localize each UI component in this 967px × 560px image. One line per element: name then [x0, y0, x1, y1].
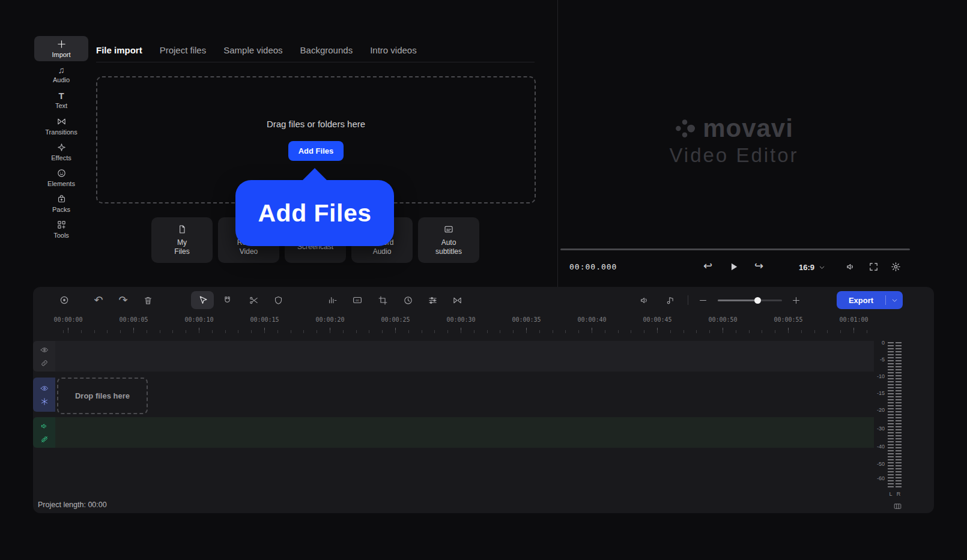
- crop-icon[interactable]: [375, 293, 390, 307]
- music-tools-icon[interactable]: [662, 293, 677, 307]
- meter-label: -60: [867, 475, 885, 481]
- timeline-grid-icon[interactable]: [893, 502, 902, 511]
- link-off-icon[interactable]: [40, 435, 49, 444]
- magnet-tool-icon[interactable]: [220, 293, 234, 307]
- svg-text:cc: cc: [356, 298, 359, 302]
- meter-label: -10: [867, 373, 885, 379]
- sidebar-item-packs[interactable]: Packs: [34, 191, 88, 216]
- import-tabs: File import Project files Sample videos …: [96, 38, 535, 62]
- timeline-panel: ↶ ↷ cc: [33, 287, 934, 513]
- eye-icon[interactable]: [40, 346, 49, 354]
- sound-properties-icon[interactable]: [637, 293, 651, 307]
- aspect-ratio-value: 16:9: [799, 263, 814, 272]
- meter-label: 0: [867, 340, 885, 346]
- sidebar-item-label: Tools: [53, 232, 69, 239]
- pointer-tool-icon[interactable]: [195, 293, 210, 307]
- volume-icon[interactable]: [846, 262, 856, 272]
- zoom-slider-thumb[interactable]: [754, 297, 761, 304]
- delete-icon[interactable]: [141, 293, 155, 307]
- split-scissors-icon[interactable]: [246, 293, 261, 307]
- undo-icon[interactable]: ↶: [91, 293, 106, 307]
- smiley-icon: [56, 168, 67, 178]
- eye-icon[interactable]: [40, 384, 49, 393]
- export-button[interactable]: Export: [837, 291, 903, 309]
- app-window: Import ♫ Audio T Text Transitions Effect…: [0, 0, 967, 560]
- zoom-out-icon[interactable]: [696, 293, 710, 307]
- sidebar-item-audio[interactable]: ♫ Audio: [34, 62, 88, 87]
- speaker-icon[interactable]: [40, 422, 49, 430]
- ruler-minor-ticks: [55, 330, 872, 333]
- audio-levels-icon[interactable]: [325, 293, 339, 307]
- tab-backgrounds[interactable]: Backgrounds: [300, 45, 353, 55]
- sidebar-item-text[interactable]: T Text: [34, 88, 88, 113]
- sidebar-item-label: Audio: [53, 76, 70, 83]
- sidebar-item-tools[interactable]: Tools: [34, 217, 88, 242]
- video-track-row[interactable]: [55, 378, 874, 412]
- tab-intro-videos[interactable]: Intro videos: [370, 45, 417, 55]
- timeline-zoom-slider[interactable]: [718, 300, 782, 301]
- redo-icon[interactable]: ↷: [116, 293, 130, 307]
- export-label: Export: [837, 296, 885, 305]
- tools-grid-icon: [56, 220, 67, 230]
- chevron-down-icon: [819, 264, 825, 271]
- timeline-ruler[interactable]: 00:00:00 00:00:05 00:00:10 00:00:15 00:0…: [35, 316, 887, 323]
- meter-label: -15: [867, 390, 885, 396]
- export-dropdown-toggle[interactable]: [886, 297, 903, 304]
- sidebar-item-label: Text: [55, 102, 67, 109]
- track-dropzone[interactable]: Drop files here: [57, 378, 148, 414]
- transition-bowtie-icon[interactable]: [450, 293, 464, 307]
- sparkle-icon: [56, 142, 67, 152]
- movavi-logo-icon: [674, 118, 695, 139]
- plus-icon: [56, 39, 67, 49]
- tooltip-label: Add Files: [258, 199, 371, 227]
- play-button[interactable]: [729, 262, 739, 272]
- transitions-icon: [56, 116, 67, 127]
- sidebar-item-transitions[interactable]: Transitions: [34, 113, 88, 139]
- marker-shield-icon[interactable]: [271, 293, 285, 307]
- settings-gear-icon[interactable]: [891, 262, 901, 272]
- panel-divider: [557, 0, 558, 287]
- overlay-track-header: [33, 341, 55, 372]
- auto-subtitles-card[interactable]: Auto subtitles: [418, 217, 479, 263]
- meter-label: -40: [867, 444, 885, 450]
- sidebar-item-label: Elements: [47, 180, 75, 187]
- preview-timecode: 00:00.000: [569, 262, 617, 271]
- sidebar-item-label: Packs: [52, 206, 70, 213]
- sidebar-item-import[interactable]: Import: [34, 36, 88, 61]
- zoom-in-icon[interactable]: [789, 293, 803, 307]
- aspect-ratio-select[interactable]: 16:9: [799, 263, 825, 272]
- sidebar-item-label: Transitions: [45, 128, 77, 136]
- brand-name: movavi: [703, 114, 793, 143]
- overlay-track-row[interactable]: [55, 341, 874, 372]
- meter-channel-right: R: [896, 491, 902, 497]
- add-files-button[interactable]: Add Files: [288, 141, 344, 161]
- captions-icon[interactable]: cc: [350, 293, 365, 307]
- audio-track-row[interactable]: [55, 417, 874, 448]
- file-icon: [177, 224, 187, 234]
- sidebar-item-effects[interactable]: Effects: [34, 139, 88, 164]
- snowflake-icon[interactable]: [40, 397, 49, 406]
- add-files-tooltip: Add Files: [235, 180, 394, 246]
- meter-channel-left: L: [888, 491, 894, 497]
- speed-clock-icon[interactable]: [401, 293, 415, 307]
- jump-forward-icon[interactable]: ↪: [754, 260, 763, 271]
- meter-label: -20: [867, 407, 885, 413]
- tab-project-files[interactable]: Project files: [160, 45, 207, 55]
- toolbar-divider: [688, 295, 688, 305]
- tab-sample-videos[interactable]: Sample videos: [223, 45, 282, 55]
- preview-seekbar[interactable]: [560, 248, 910, 250]
- my-files-card[interactable]: My Files: [151, 217, 213, 263]
- tab-file-import[interactable]: File import: [96, 45, 142, 55]
- filters-sliders-icon[interactable]: [425, 293, 440, 307]
- record-icon[interactable]: [57, 293, 71, 307]
- meter-label: -50: [867, 461, 885, 467]
- link-icon[interactable]: [40, 359, 49, 367]
- project-length-status: Project length: 00:00: [38, 501, 107, 509]
- jump-back-icon[interactable]: ↩: [703, 260, 712, 271]
- sidebar-item-label: Import: [52, 51, 70, 58]
- brand-product: Video Editor: [625, 144, 843, 167]
- sidebar-item-elements[interactable]: Elements: [34, 165, 88, 190]
- track-drop-hint: Drop files here: [75, 391, 130, 400]
- audio-meter-left: [888, 342, 894, 489]
- fullscreen-icon[interactable]: [868, 262, 879, 272]
